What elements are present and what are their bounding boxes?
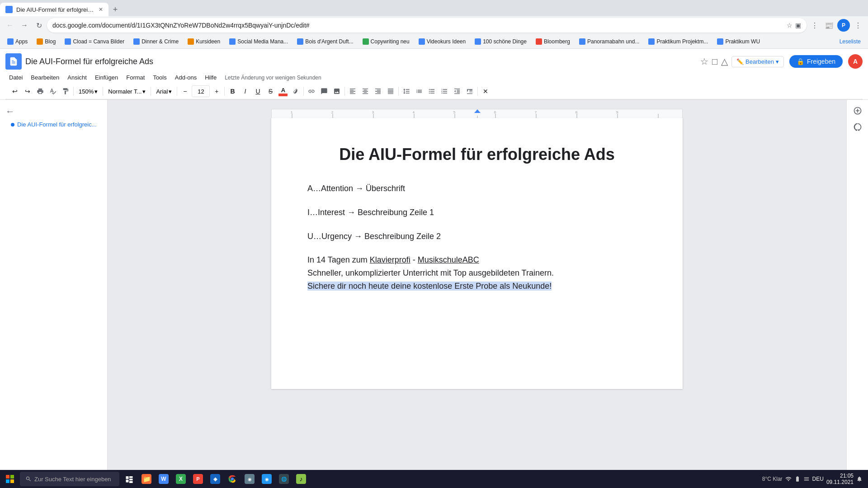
comment-add-btn[interactable]: [850, 103, 865, 118]
increase-indent-btn[interactable]: [464, 85, 476, 97]
taskbar-word[interactable]: W: [156, 471, 172, 487]
font-color-btn[interactable]: A: [277, 85, 289, 97]
increase-font-btn[interactable]: +: [211, 85, 222, 97]
taskbar-powerpoint[interactable]: P: [190, 471, 206, 487]
profile-btn[interactable]: P: [837, 19, 850, 32]
user-avatar[interactable]: A: [848, 54, 863, 69]
document-page[interactable]: Die AIU-Formel für erfolgreiche Ads A…At…: [271, 118, 683, 389]
start-button[interactable]: [2, 471, 18, 487]
svg-text:2: 2: [331, 110, 334, 114]
bookmark-panorama[interactable]: Panoramabahn und...: [576, 37, 643, 47]
font-dropdown[interactable]: Arial ▾: [153, 85, 175, 97]
taskbar-app7[interactable]: ◉: [259, 471, 275, 487]
taskbar-app8[interactable]: 🌐: [276, 471, 292, 487]
paint-format-btn[interactable]: [60, 85, 71, 97]
decrease-indent-btn[interactable]: [451, 85, 463, 97]
menu-ansicht[interactable]: Ansicht: [64, 72, 90, 83]
bookmark-kursideen[interactable]: Kursideen: [184, 37, 224, 47]
cast-icon[interactable]: ▣: [795, 22, 801, 29]
new-tab-btn[interactable]: +: [108, 3, 122, 16]
comment-insert-btn[interactable]: [318, 85, 330, 97]
rss-icon[interactable]: 📰: [823, 19, 835, 32]
redo-btn[interactable]: ↪: [22, 85, 33, 97]
bold-btn[interactable]: B: [226, 85, 238, 97]
zoom-dropdown[interactable]: 150% ▾: [75, 85, 101, 97]
drive-icon[interactable]: △: [721, 56, 728, 67]
share-btn[interactable]: 🔒 Freigeben: [789, 55, 843, 68]
bookmark-100dinge[interactable]: 100 schöne Dinge: [471, 37, 530, 47]
spellcheck-btn[interactable]: [47, 85, 59, 97]
decrease-font-btn[interactable]: −: [179, 85, 191, 97]
bookmark-canva[interactable]: Cload = Canva Bilder: [61, 37, 128, 47]
address-bar[interactable]: docs.google.com/document/d/1I1GX3tQNnZYo…: [47, 18, 807, 33]
bookmark-bois[interactable]: Bois d'Argent Duft...: [293, 37, 357, 47]
doc-title-input[interactable]: Die AUI-Formel für erfolgreiche Ads: [25, 57, 697, 66]
musikschule-link[interactable]: MusikschuleABC: [418, 255, 479, 264]
bookmark-icon[interactable]: □: [712, 56, 717, 67]
refresh-btn[interactable]: ↻: [33, 19, 45, 32]
bookmark-star-icon[interactable]: ☆: [787, 22, 793, 29]
style-dropdown[interactable]: Normaler T... ▾: [105, 85, 149, 97]
undo-btn[interactable]: ↩: [9, 85, 21, 97]
tab-close-btn[interactable]: ✕: [99, 6, 103, 13]
numbered-list-btn[interactable]: [439, 85, 450, 97]
notification-icon[interactable]: [856, 476, 863, 482]
align-right-btn[interactable]: [372, 85, 384, 97]
forward-btn[interactable]: →: [18, 19, 31, 32]
print-btn[interactable]: [34, 85, 46, 97]
checklist-btn[interactable]: [413, 85, 425, 97]
menu-tools[interactable]: Tools: [149, 72, 170, 83]
italic-btn[interactable]: I: [239, 85, 251, 97]
strikethrough-btn[interactable]: S: [264, 85, 276, 97]
menu-addons[interactable]: Add-ons: [171, 72, 200, 83]
sidebar-back-btn[interactable]: ←: [0, 103, 107, 119]
link-btn[interactable]: [306, 85, 317, 97]
menu-format[interactable]: Format: [123, 72, 148, 83]
bookmark-dinner[interactable]: Dinner & Crime: [130, 37, 182, 47]
browser-tab[interactable]: Die AIU-Formel für erfolgreiche Ads ✕: [0, 3, 108, 16]
align-left-btn[interactable]: [347, 85, 359, 97]
bookmark-bloomberg[interactable]: Bloomberg: [532, 37, 574, 47]
weather-text: 8°C Klar: [762, 476, 783, 482]
bookmark-videokurs[interactable]: Videokurs Ideen: [415, 37, 470, 47]
svg-rect-23: [6, 479, 9, 483]
taskbar-app5[interactable]: ◈: [207, 471, 223, 487]
image-insert-btn[interactable]: [331, 85, 343, 97]
menu-hilfe[interactable]: Hilfe: [201, 72, 220, 83]
taskbar-excel[interactable]: X: [173, 471, 189, 487]
bookmark-praktikum1[interactable]: Praktikum Projektm...: [645, 37, 712, 47]
document-body[interactable]: A…Attention → Überschrift I…Interest → B…: [307, 182, 646, 293]
taskbar-app6[interactable]: ◉: [241, 471, 258, 487]
bullet-list-btn[interactable]: [426, 85, 438, 97]
menu-datei[interactable]: Datei: [5, 72, 26, 83]
highlight-btn[interactable]: [290, 85, 302, 97]
align-center-btn[interactable]: [359, 85, 371, 97]
back-btn[interactable]: ←: [4, 19, 16, 32]
bookmark-social[interactable]: Social Media Mana...: [226, 37, 292, 47]
line-spacing-btn[interactable]: [401, 85, 412, 97]
comment-history-btn[interactable]: [850, 120, 865, 134]
underline-btn[interactable]: U: [252, 85, 264, 97]
bookmark-praktikum2[interactable]: Praktikum WU: [713, 37, 764, 47]
star-icon[interactable]: ☆: [700, 56, 708, 67]
menu-bearbeiten[interactable]: Bearbeiten: [27, 72, 63, 83]
reading-mode-btn[interactable]: Leseliste: [836, 37, 864, 47]
taskbar-search[interactable]: Zur Suche Text hier eingeben: [20, 472, 119, 486]
taskbar-task-view[interactable]: [121, 471, 137, 487]
taskbar-chrome[interactable]: [224, 471, 241, 487]
bookmark-blog[interactable]: Blog: [33, 37, 59, 47]
font-size-input[interactable]: [192, 85, 210, 97]
menu-einfuegen[interactable]: Einfügen: [91, 72, 122, 83]
bookmark-apps[interactable]: Apps: [4, 37, 31, 47]
bookmark-copywriting[interactable]: Copywriting neu: [359, 37, 413, 47]
align-justify-btn[interactable]: [385, 85, 396, 97]
clear-format-btn[interactable]: ✕: [480, 85, 491, 97]
sidebar-doc-item[interactable]: Die AUI-Formel für erfolgreic...: [0, 119, 107, 130]
extensions-btn[interactable]: ⋮: [808, 19, 821, 32]
klavierprofi-link[interactable]: Klavierprofi: [370, 255, 410, 264]
app5-icon: ◈: [210, 474, 220, 484]
taskbar-explorer[interactable]: 📁: [138, 471, 155, 487]
taskbar-spotify[interactable]: ♪: [293, 471, 309, 487]
menu-btn[interactable]: ⋮: [852, 19, 864, 32]
bearbeiten-btn[interactable]: ✏️ Bearbeiten ▾: [731, 56, 784, 67]
